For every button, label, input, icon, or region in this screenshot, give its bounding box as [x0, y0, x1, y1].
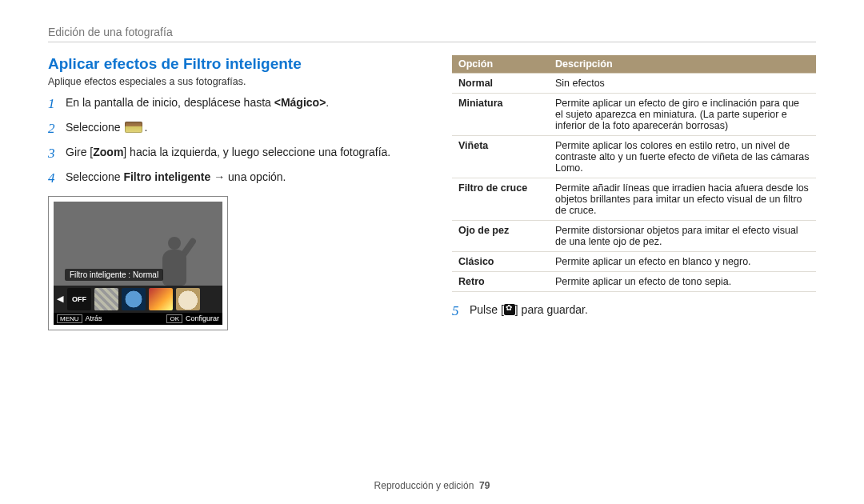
step-number: 1: [48, 95, 66, 114]
filter-thumb: [149, 288, 173, 310]
options-table: Opción Descripción NormalSin efectosMini…: [452, 55, 816, 292]
step-bold: <Mágico>: [274, 96, 326, 109]
step-body: Gire [Zoom] hacia la izquierda, y luego …: [66, 145, 428, 160]
footer-section: Reproducción y edición: [374, 480, 474, 491]
table-row: RetroPermite aplicar un efecto de tono s…: [452, 272, 816, 292]
step-number: 3: [48, 145, 66, 163]
content-columns: Aplicar efectos de Filtro inteligente Ap…: [48, 55, 816, 330]
option-name: Ojo de pez: [452, 221, 549, 252]
intro-text: Aplique efectos especiales a sus fotogra…: [48, 76, 428, 87]
step-text: .: [326, 96, 329, 109]
step-text: ] hacia la izquierda, y luego seleccione…: [123, 146, 390, 158]
col-desc-header: Descripción: [549, 55, 816, 74]
divider: [48, 42, 816, 42]
steps-list: 1 En la pantalla de inicio, desplácese h…: [48, 95, 428, 188]
flower-icon: [504, 304, 515, 315]
step-body: Seleccione .: [66, 120, 428, 135]
step-text: Pulse [: [470, 303, 504, 316]
step-bold: Filtro inteligente: [123, 170, 210, 183]
filter-thumb: [122, 288, 146, 310]
preview-image: Filtro inteligente : Normal: [54, 202, 222, 286]
step-text: Seleccione: [66, 170, 123, 183]
option-name: Clásico: [452, 252, 549, 272]
option-name: Miniatura: [452, 94, 549, 136]
table-row: MiniaturaPermite aplicar un efecto de gi…: [452, 94, 816, 136]
step-2: 2 Seleccione .: [48, 120, 428, 138]
step-4: 4 Seleccione Filtro inteligente → una op…: [48, 170, 428, 188]
step-1: 1 En la pantalla de inicio, desplácese h…: [48, 95, 428, 114]
manual-page: Edición de una fotografía Aplicar efecto…: [0, 0, 864, 504]
footer-page: 79: [479, 480, 490, 491]
step-text: En la pantalla de inicio, desplácese has…: [66, 96, 274, 109]
option-description: Sin efectos: [549, 74, 816, 94]
step-body: En la pantalla de inicio, desplácese has…: [66, 95, 428, 110]
filter-thumb: [94, 288, 118, 310]
step-5: 5 Pulse [] para guardar.: [452, 303, 816, 319]
table-row: Filtro de crucePermite añadir líneas que…: [452, 178, 816, 221]
option-description: Permite aplicar un efecto en blanco y ne…: [549, 252, 816, 272]
option-description: Permite aplicar un efecto de tono sepia.: [549, 272, 816, 292]
right-column: Opción Descripción NormalSin efectosMini…: [452, 55, 816, 330]
step-number: 5: [452, 303, 470, 319]
option-description: Permite aplicar los colores en estilo re…: [549, 136, 816, 178]
option-description: Permite añadir líneas que irradien hacia…: [549, 178, 816, 221]
option-name: Retro: [452, 272, 549, 292]
filter-thumb: [176, 288, 200, 310]
step-text: → una opción.: [210, 170, 286, 183]
step-number: 2: [48, 120, 66, 138]
page-footer: Reproducción y edición 79: [0, 480, 864, 491]
edit-icon: [125, 122, 142, 133]
section-title: Aplicar efectos de Filtro inteligente: [48, 55, 428, 73]
option-description: Permite distorsionar objetos para imitar…: [549, 221, 816, 252]
preview-caption: Filtro inteligente : Normal: [65, 269, 163, 281]
step-body: Pulse [] para guardar.: [470, 303, 816, 316]
ok-button-icon: OK: [166, 314, 182, 323]
config-label: Configurar: [186, 314, 219, 322]
step-number: 4: [48, 170, 66, 188]
step-text: Seleccione: [66, 121, 123, 134]
option-description: Permite aplicar un efecto de giro e incl…: [549, 94, 816, 136]
left-column: Aplicar efectos de Filtro inteligente Ap…: [48, 55, 428, 330]
menu-back: MENU Atrás: [57, 314, 102, 323]
step-3: 3 Gire [Zoom] hacia la izquierda, y lueg…: [48, 145, 428, 163]
chevron-left-icon: ◀: [56, 294, 64, 304]
ok-config: OK Configurar: [166, 314, 219, 323]
menu-button-icon: MENU: [57, 314, 82, 323]
step-text: Gire [: [66, 146, 93, 158]
camera-footer: MENU Atrás OK Configurar: [54, 313, 222, 325]
col-option-header: Opción: [452, 55, 549, 74]
option-name: Normal: [452, 74, 549, 94]
step-text: ] para guardar.: [515, 303, 588, 316]
step-bold: Zoom: [93, 146, 123, 158]
table-row: ClásicoPermite aplicar un efecto en blan…: [452, 252, 816, 272]
step-body: Seleccione Filtro inteligente → una opci…: [66, 170, 428, 185]
chapter-heading: Edición de una fotografía: [48, 26, 816, 38]
table-row: NormalSin efectos: [452, 74, 816, 94]
table-row: Ojo de pezPermite distorsionar objetos p…: [452, 221, 816, 252]
filter-thumbnails: ◀ OFF: [54, 286, 222, 313]
back-label: Atrás: [86, 314, 102, 322]
step-text: .: [144, 121, 147, 134]
table-row: ViñetaPermite aplicar los colores en est…: [452, 136, 816, 178]
filter-off-thumb: OFF: [67, 288, 91, 310]
camera-preview: Filtro inteligente : Normal ◀ OFF MENU A…: [48, 196, 228, 330]
option-name: Viñeta: [452, 136, 549, 178]
option-name: Filtro de cruce: [452, 178, 549, 221]
